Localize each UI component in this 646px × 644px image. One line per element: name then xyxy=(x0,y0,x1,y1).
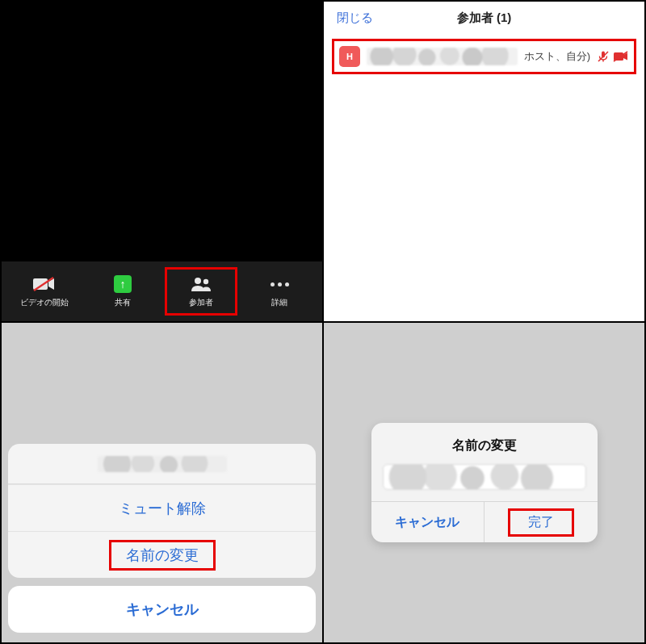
svg-point-2 xyxy=(195,278,201,284)
action-sheet-header xyxy=(8,444,316,484)
participants-icon xyxy=(190,274,212,294)
svg-rect-0 xyxy=(33,278,48,290)
more-label: 詳細 xyxy=(271,297,287,308)
avatar: H xyxy=(339,46,360,67)
rename-option[interactable]: 名前の変更 xyxy=(8,531,316,578)
dialog-cancel-button[interactable]: キャンセル xyxy=(371,502,484,542)
share-icon: ↑ xyxy=(114,274,132,294)
participants-panel: 閉じる 参加者 (1) H ホスト、自分) xyxy=(323,1,645,322)
cancel-button[interactable]: キャンセル xyxy=(8,586,316,633)
unmute-option[interactable]: ミュート解除 xyxy=(8,484,316,531)
video-area xyxy=(2,2,322,261)
rename-dialog-panel: 名前の変更 キャンセル 完了 xyxy=(323,322,645,643)
participants-button[interactable]: 参加者 xyxy=(165,267,237,316)
dialog-cancel-label: キャンセル xyxy=(395,514,459,531)
participants-label: 参加者 xyxy=(189,297,213,308)
participants-title: 参加者 (1) xyxy=(457,10,512,26)
svg-rect-7 xyxy=(614,52,623,61)
participant-row-highlight: H ホスト、自分) xyxy=(332,39,636,74)
dialog-done-button[interactable]: 完了 xyxy=(484,502,598,542)
video-off-icon xyxy=(32,274,57,294)
rename-label: 名前の変更 xyxy=(109,540,216,571)
dialog-done-label: 完了 xyxy=(508,508,574,537)
more-icon xyxy=(271,274,289,294)
action-sheet-panel: ミュート解除 名前の変更 キャンセル xyxy=(1,322,323,643)
participant-row[interactable]: H ホスト、自分) xyxy=(339,46,629,67)
svg-point-3 xyxy=(203,279,208,284)
share-button[interactable]: ↑ 共有 xyxy=(86,267,159,316)
close-button[interactable]: 閉じる xyxy=(337,10,373,26)
cancel-label: キャンセル xyxy=(126,600,199,619)
participants-header: 閉じる 参加者 (1) xyxy=(324,2,644,34)
action-sheet: ミュート解除 名前の変更 xyxy=(8,444,316,578)
mic-muted-icon xyxy=(597,50,610,63)
more-button[interactable]: 詳細 xyxy=(243,267,316,316)
status-icons xyxy=(597,50,629,63)
share-label: 共有 xyxy=(115,297,131,308)
start-video-button[interactable]: ビデオの開始 xyxy=(8,267,81,316)
dialog-title: 名前の変更 xyxy=(371,423,598,464)
name-input[interactable] xyxy=(383,464,586,490)
participant-role: ホスト、自分) xyxy=(524,49,590,64)
bottom-toolbar: ビデオの開始 ↑ 共有 参加者 xyxy=(2,261,322,321)
sheet-title-redacted xyxy=(98,456,227,472)
video-muted-icon xyxy=(613,51,629,62)
rename-dialog: 名前の変更 キャンセル 完了 xyxy=(371,423,598,542)
participant-name-redacted xyxy=(367,48,518,65)
start-video-label: ビデオの開始 xyxy=(20,297,69,308)
unmute-label: ミュート解除 xyxy=(119,499,206,518)
meeting-main-screen: ビデオの開始 ↑ 共有 参加者 xyxy=(1,1,323,322)
